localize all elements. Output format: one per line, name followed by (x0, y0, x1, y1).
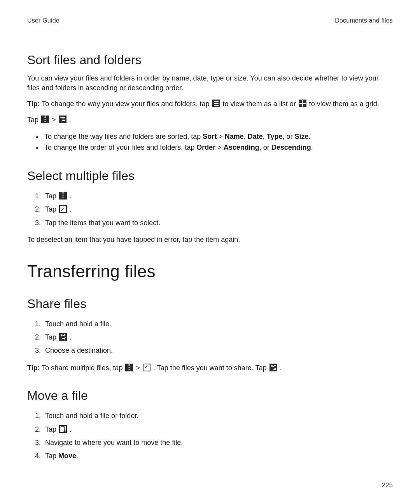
move-step-1: Touch and hold a file or folder. (43, 409, 393, 422)
text: Tap (45, 452, 58, 460)
heading-select: Select multiple files (27, 169, 393, 183)
move-file-icon (59, 425, 67, 433)
text: . (278, 364, 282, 372)
text: , or (283, 133, 295, 140)
share-step-2: Tap . (43, 331, 393, 344)
sort-tip-text-2: to view them as a list or (221, 100, 298, 108)
date-label: Date (248, 133, 263, 140)
page-number: 225 (382, 481, 393, 489)
text: Tap (45, 192, 58, 200)
share-step-3: Choose a destination. (43, 344, 393, 357)
text: . (68, 192, 72, 200)
share-icon (270, 364, 277, 371)
list-view-icon (212, 100, 220, 107)
sort-label: Sort (203, 133, 217, 140)
text: . (68, 425, 72, 433)
select-checkbox-icon (59, 205, 67, 213)
share-icon (59, 333, 67, 341)
move-step-2: Tap . (43, 423, 393, 436)
heading-sort: Sort files and folders (27, 53, 393, 67)
sort-options-icon (59, 116, 66, 123)
text: To share multiple files, tap (40, 364, 125, 372)
text: , or (259, 144, 271, 151)
descending-label: Descending (271, 144, 311, 151)
share-step-1: Touch and hold a file. (43, 317, 393, 331)
text: Tap (45, 205, 58, 213)
move-step-4: Tap Move. (43, 449, 393, 462)
tap-suffix: . (67, 116, 71, 124)
text: Tap (45, 333, 58, 341)
sort-intro: You can view your files and folders in o… (27, 74, 393, 93)
text: > (215, 144, 224, 151)
select-step-1: Tap . (43, 189, 393, 203)
tap-prefix: Tap (27, 116, 40, 124)
tap-sep: > (50, 116, 58, 124)
share-tip: Tip: To share multiple files, tap > . Ta… (27, 363, 393, 373)
running-head-right: Documents and files (335, 17, 393, 24)
tip-label: Tip: (27, 364, 40, 372)
text: . (309, 133, 311, 140)
text: > (217, 133, 225, 140)
sort-tip: Tip: To change the way you view your fil… (27, 99, 393, 109)
select-checkbox-icon (143, 364, 150, 371)
tip-label: Tip: (27, 100, 40, 108)
text: > (134, 364, 142, 372)
type-label: Type (267, 133, 283, 140)
sort-tip-text-1: To change the way you view your files an… (40, 100, 212, 108)
text: , (244, 133, 248, 140)
sort-tip-text-3: to view them as a grid. (307, 100, 379, 108)
heading-move: Move a file (27, 388, 393, 403)
overflow-menu-icon (125, 364, 133, 371)
text: . Tap the files you want to share. Tap (151, 364, 269, 372)
text: Tap (45, 425, 58, 433)
overflow-menu-icon (59, 192, 67, 200)
move-label: Move (58, 452, 76, 460)
text: , (263, 133, 267, 140)
text: To change the way files and folders are … (44, 133, 203, 140)
name-label: Name (225, 133, 244, 140)
order-label: Order (196, 144, 215, 151)
text: . (68, 333, 72, 341)
size-label: Size (295, 133, 309, 140)
ascending-label: Ascending (224, 144, 259, 151)
grid-view-icon (299, 100, 306, 107)
select-step-3: Tap the items that you want to select. (43, 216, 393, 229)
sort-bullet-2: To change the order of your files and fo… (43, 142, 393, 153)
sort-bullet-1: To change the way files and folders are … (43, 131, 393, 142)
text: To change the order of your files and fo… (44, 144, 196, 151)
running-head-left: User Guide (27, 17, 60, 24)
text: . (76, 452, 78, 460)
select-step-2: Tap . (43, 203, 393, 216)
heading-transferring: Transferring files (27, 262, 393, 281)
select-note: To deselect an item that you have tapped… (27, 235, 393, 245)
move-step-3: Navigate to where you want to move the f… (43, 436, 393, 449)
text: . (311, 144, 313, 151)
sort-tap-line: Tap > . (27, 115, 393, 125)
heading-share: Share files (27, 297, 393, 311)
text: . (68, 205, 72, 213)
overflow-menu-icon (41, 116, 49, 123)
